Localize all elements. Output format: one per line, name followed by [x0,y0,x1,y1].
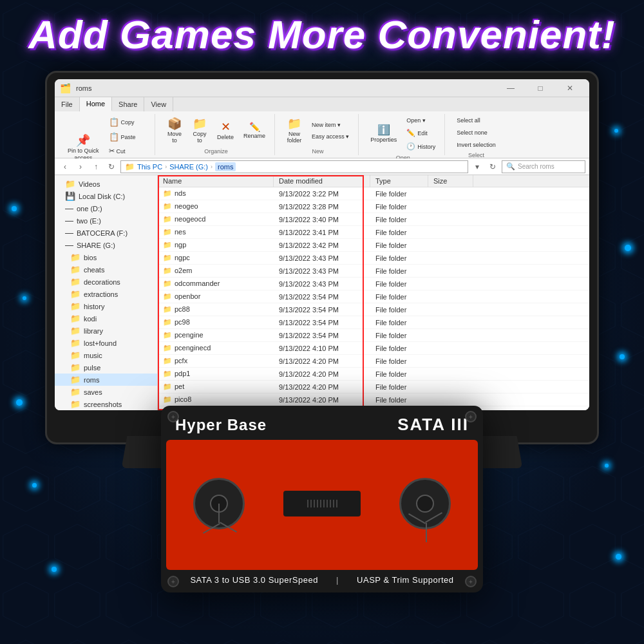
sidebar-item-two-e[interactable]: — two (E:) [55,214,157,227]
cut-button[interactable]: ✂ Cut [105,145,150,157]
file-list[interactable]: Name Date modified Type Size 📁nds 9/13/2… [158,175,589,410]
move-to-button[interactable]: 📦 Move to [163,115,186,146]
sidebar: 📁 Videos 💾 Local Disk (C:) — one (D:) — … [55,175,158,410]
rename-button[interactable]: ✏️ Rename [240,120,269,142]
dropdown-button[interactable]: ▾ [471,160,484,173]
sidebar-item-roms[interactable]: 📁 roms [55,374,157,386]
select-all-button[interactable]: Select all [453,115,500,126]
easy-access-button[interactable]: Easy access ▾ [308,131,353,142]
tape-line [330,500,331,507]
select-group: Select all Select none Invert selection [448,114,505,155]
cassette-subtitle-right: UASP & Trim Supported [357,575,453,585]
tab-view[interactable]: View [144,97,173,111]
maximize-button[interactable]: □ [526,79,554,97]
tab-file[interactable]: File [55,97,80,111]
sidebar-item-cheats[interactable]: 📁 cheats [55,263,157,276]
tape-line [323,500,325,507]
close-button[interactable]: ✕ [556,79,584,97]
sidebar-item-decorations[interactable]: 📁 decorations [55,276,157,288]
table-row[interactable]: 📁neogeocd 9/13/2022 3:40 PM File folder [158,213,589,226]
search-box[interactable]: 🔍 Search roms [502,160,585,173]
sidebar-item-bios[interactable]: 📁 bios [55,251,157,263]
table-row[interactable]: 📁ngpc 9/13/2022 3:43 PM File folder [158,252,589,265]
copy-to-button[interactable]: 📁 Copy to [188,115,211,146]
table-row[interactable]: 📁pc88 9/13/2022 3:54 PM File folder [158,303,589,316]
table-row[interactable]: 📁neogeo 9/13/2022 3:28 PM File folder [158,200,589,213]
cassette-bottom: SATA 3 to USB 3.0 SuperSpeed | UASP & Tr… [161,570,483,592]
move-icon: 📦 [167,118,182,129]
page-title: Add Games More Convenient! [28,12,615,57]
table-row[interactable]: 📁pdp1 9/13/2022 4:20 PM File folder [158,368,589,381]
up-button[interactable]: ↑ [90,160,102,173]
tape-line [336,500,337,507]
table-row[interactable]: 📁o2em 9/13/2022 3:43 PM File folder [158,265,589,278]
tab-home[interactable]: Home [80,97,112,111]
tab-share[interactable]: Share [112,97,144,111]
new-item-button[interactable]: New item ▾ [308,120,353,130]
col-header-date[interactable]: Date modified [274,175,370,187]
sidebar-item-history[interactable]: 📁 history [55,300,157,312]
sidebar-item-videos[interactable]: 📁 Videos [55,178,157,190]
table-row[interactable]: 📁pc98 9/13/2022 3:54 PM File folder [158,316,589,329]
new-folder-button[interactable]: 📁 New folder [283,115,306,146]
tape-lines [307,500,337,507]
history-button[interactable]: 🕐 History [402,140,439,153]
table-row[interactable]: 📁pico8 9/13/2022 4:20 PM File folder [158,393,589,406]
sidebar-item-local-c[interactable]: 💾 Local Disk (C:) [55,190,157,202]
screw-tr [465,411,477,422]
tape-window [283,491,361,516]
copy-icon: 📋 [109,117,119,127]
properties-button[interactable]: ℹ️ Properties [366,122,401,146]
table-row[interactable]: 📁nes 9/13/2022 3:41 PM File folder [158,226,589,239]
path-roms[interactable]: roms [215,162,236,171]
sidebar-item-batocera[interactable]: — BATOCERA (F:) [55,227,157,239]
refresh-path-button[interactable]: ↻ [486,160,499,173]
path-share[interactable]: SHARE (G:) [169,163,208,171]
paste-icon: 📋 [109,132,119,142]
sidebar-item-extractions[interactable]: 📁 extractions [55,288,157,300]
minimize-button[interactable]: — [497,79,525,97]
col-header-name[interactable]: Name [158,175,274,187]
sidebar-item-screenshots[interactable]: 📁 screenshots [55,398,157,410]
invert-selection-button[interactable]: Invert selection [453,140,500,150]
folder-icon-kodi: 📁 [70,314,80,323]
cassette-red-section [166,440,478,570]
col-header-type[interactable]: Type [370,175,428,187]
forward-button[interactable]: › [74,160,87,173]
sidebar-item-library[interactable]: 📁 library [55,325,157,337]
back-button[interactable]: ‹ [59,160,71,173]
table-row[interactable]: 📁openbor 9/13/2022 3:54 PM File folder [158,290,589,303]
open-button[interactable]: Open ▾ [402,115,439,126]
table-row[interactable]: 📁pcfx 9/13/2022 4:20 PM File folder [158,355,589,368]
path-this-pc[interactable]: This PC [137,163,162,171]
sidebar-item-music[interactable]: 📁 music [55,349,157,361]
address-path[interactable]: 📁 This PC › SHARE (G:) › roms [120,160,468,173]
paste-button[interactable]: 📋 Paste [105,130,150,144]
tape-line [310,500,312,507]
refresh-button[interactable]: ↻ [105,160,118,173]
delete-button[interactable]: ✕ Delete [213,118,238,143]
copy-button[interactable]: 📋 Copy [105,115,150,129]
sidebar-item-lost-found[interactable]: 📁 lost+found [55,337,157,349]
organize-buttons: 📦 Move to 📁 Copy to ✕ Delete [163,115,269,146]
table-row[interactable]: 📁odcommander 9/13/2022 3:43 PM File fold… [158,278,589,290]
folder-icon-library: 📁 [70,326,80,336]
table-row[interactable]: 📁nds 9/13/2022 3:22 PM File folder [158,187,589,200]
tape-line [307,500,308,507]
select-none-button[interactable]: Select none [453,128,500,138]
table-row[interactable]: 📁ngp 9/13/2022 3:42 PM File folder [158,239,589,252]
edit-button[interactable]: ✏️ Edit [402,127,439,139]
sidebar-item-saves[interactable]: 📁 saves [55,386,157,398]
col-header-size[interactable]: Size [428,175,473,187]
sidebar-item-pulse[interactable]: 📁 pulse [55,361,157,374]
sidebar-item-share[interactable]: — SHARE (G:) [55,239,157,251]
sidebar-item-kodi[interactable]: 📁 kodi [55,312,157,325]
screw-tl [167,411,179,422]
tv-monitor: 🗂️ roms — □ ✕ File Home Share View [45,71,599,444]
table-row[interactable]: 📁pcenginecd 9/13/2022 4:10 PM File folde… [158,342,589,355]
table-row[interactable]: 📁pet 9/13/2022 4:20 PM File folder [158,381,589,393]
folder-icon-roms: 📁 [70,375,80,384]
new-folder-icon: 📁 [287,118,301,129]
sidebar-item-one-d[interactable]: — one (D:) [55,202,157,214]
table-row[interactable]: 📁pcengine 9/13/2022 3:54 PM File folder [158,329,589,342]
